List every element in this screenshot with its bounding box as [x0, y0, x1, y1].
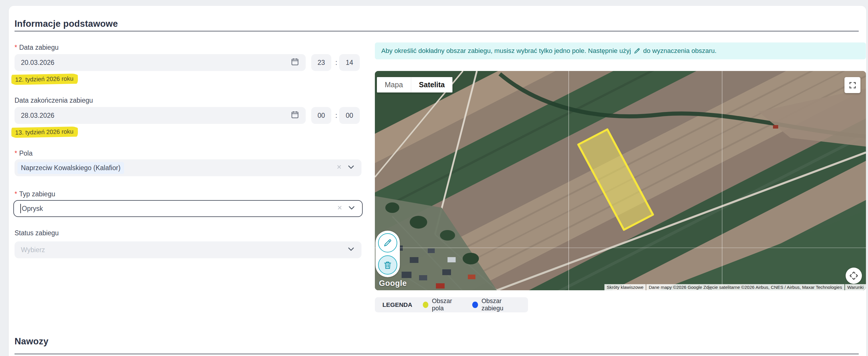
draw-area-button[interactable] [378, 233, 397, 253]
treatment-status-label: Status zabiegu [14, 229, 59, 237]
section-divider [14, 31, 859, 31]
keyboard-shortcuts-link[interactable]: Skróty klawiszowe [604, 284, 646, 290]
clear-icon[interactable] [337, 205, 343, 213]
pan-icon [849, 271, 859, 280]
end-hour-input[interactable]: 00 [311, 107, 331, 124]
trash-icon [383, 260, 392, 270]
info-banner-text-before: Aby określić dokładny obszar zabiegu, mu… [381, 47, 631, 55]
fullscreen-button[interactable] [844, 77, 861, 93]
calendar-icon[interactable] [290, 57, 299, 68]
section-divider [14, 354, 859, 354]
treatment-type-value: Oprysk [22, 205, 43, 213]
satellite-map[interactable]: Mapa Satelita [375, 71, 866, 290]
legend-item-label: Obszar pola [432, 298, 462, 312]
treatment-status-label-text: Status zabiegu [14, 229, 59, 237]
start-date-input[interactable]: 20.03.2026 [14, 54, 306, 71]
end-date-input[interactable]: 28.03.2026 [14, 107, 306, 124]
legend-item-label: Obszar zabiegu [482, 298, 521, 312]
chevron-down-icon[interactable] [347, 245, 355, 255]
map-button[interactable]: Mapa [377, 77, 411, 92]
start-minute-input[interactable]: 14 [339, 54, 360, 71]
end-date-label: Data zakończenia zabiegu [14, 96, 93, 105]
start-date-label: * Data zabiegu [14, 43, 59, 52]
start-week-note: 12. tydzień 2026 roku [12, 74, 77, 85]
map-attribution: Skróty klawiszowe Dane mapy ©2026 Google… [604, 284, 866, 290]
treatment-status-placeholder: Wybierz [21, 246, 45, 254]
google-logo: Google [379, 279, 407, 288]
start-date-value: 20.03.2026 [21, 59, 290, 67]
info-banner: Aby określić dokładny obszar zabiegu, mu… [375, 42, 866, 59]
legend-title: LEGENDA [382, 301, 412, 308]
field-area-dot-icon [423, 302, 429, 308]
treatment-type-label-text: Typ zabiegu [19, 190, 55, 198]
required-marker: * [14, 43, 17, 52]
pan-control-button[interactable] [846, 268, 862, 284]
satellite-button[interactable]: Satelita [411, 77, 453, 92]
end-date-label-text: Data zakończenia zabiegu [14, 96, 93, 105]
map-type-switch: Mapa Satelita [377, 77, 453, 92]
time-separator: : [335, 112, 337, 120]
calendar-icon[interactable] [290, 110, 299, 121]
required-marker: * [14, 149, 17, 157]
map-data-attribution: Dane mapy ©2026 Google Zdjęcie satelitar… [646, 284, 844, 290]
fields-select[interactable]: Naprzeciw Kowalskiego (Kalafior) [14, 159, 362, 176]
start-date-label-text: Data zabiegu [19, 43, 59, 52]
legend-item-field: Obszar pola [423, 298, 462, 312]
end-date-value: 28.03.2026 [21, 112, 290, 120]
pencil-icon [633, 48, 641, 54]
fields-label: * Pola [14, 149, 33, 157]
terms-link[interactable]: Warunki [845, 284, 866, 290]
delete-area-button[interactable] [378, 255, 397, 274]
pencil-icon [383, 238, 392, 247]
map-legend: LEGENDA Obszar pola Obszar zabiegu [375, 297, 528, 313]
section-title-basic-info: Informacje podstawowe [14, 19, 118, 29]
fullscreen-icon [848, 81, 857, 89]
page: Informacje podstawowe * Data zabiegu 20.… [0, 0, 868, 356]
clear-icon[interactable] [336, 164, 342, 172]
chevron-down-icon[interactable] [347, 204, 356, 213]
treatment-area-dot-icon [472, 302, 478, 308]
time-separator: : [335, 59, 337, 67]
legend-item-treatment: Obszar zabiegu [472, 298, 521, 312]
treatment-type-select[interactable]: Oprysk [13, 200, 363, 217]
text-cursor [20, 204, 21, 213]
required-marker: * [14, 190, 17, 198]
satellite-imagery [375, 71, 866, 290]
fields-label-text: Pola [19, 149, 33, 157]
end-minute-input[interactable]: 00 [339, 107, 360, 124]
fields-selected-value: Naprzeciw Kowalskiego (Kalafior) [18, 162, 124, 174]
section-title-fertilizers: Nawozy [14, 336, 49, 347]
treatment-form-card: Informacje podstawowe * Data zabiegu 20.… [9, 6, 866, 356]
start-hour-input[interactable]: 23 [311, 54, 331, 71]
info-banner-text-after: do wyznaczenia obszaru. [643, 47, 717, 55]
treatment-type-label: * Typ zabiegu [14, 190, 55, 198]
map-tools [375, 231, 400, 277]
treatment-status-select[interactable]: Wybierz [14, 241, 362, 258]
end-week-note: 13. tydzień 2026 roku [12, 127, 77, 138]
chevron-down-icon[interactable] [347, 163, 355, 173]
